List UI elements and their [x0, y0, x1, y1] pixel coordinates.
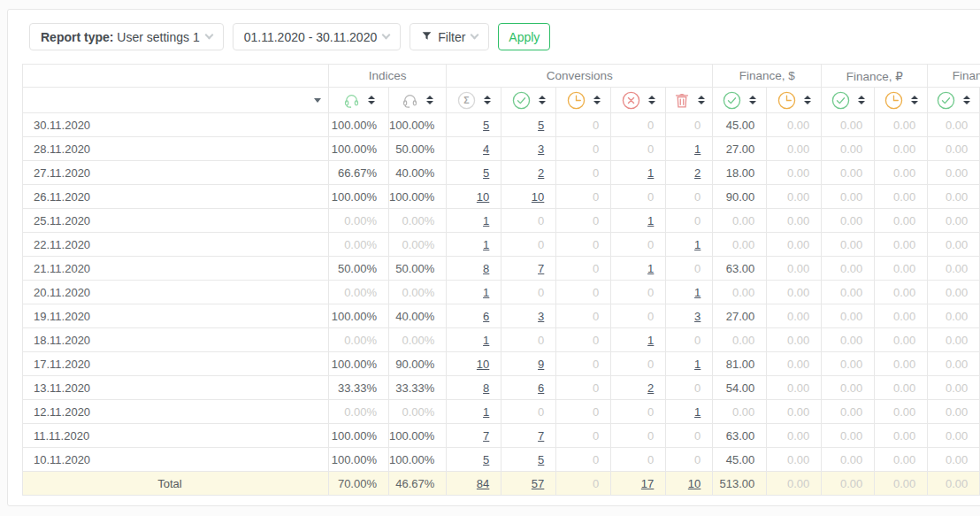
trash-red-column-header[interactable]	[666, 88, 713, 113]
report-type-dropdown[interactable]: Report type: User settings 1	[29, 23, 224, 50]
conversion-count-link[interactable]: 1	[694, 405, 701, 419]
conversion-count-link[interactable]: 1	[694, 142, 701, 156]
date-cell: 17.11.2020	[23, 352, 329, 376]
conversion-count-cell: 0	[556, 209, 611, 233]
conversion-count-link[interactable]: 1	[483, 334, 489, 347]
conversion-count-cell: 9	[501, 352, 556, 376]
conversion-count-cell: 6	[447, 304, 501, 328]
conversion-count-link[interactable]: 1	[483, 286, 489, 299]
finance-cell: 0.00	[822, 400, 875, 424]
conversion-count-link[interactable]: 7	[538, 429, 544, 443]
sort-icon[interactable]	[426, 96, 433, 104]
conversion-count-link[interactable]: 7	[483, 429, 489, 443]
conversion-count-link[interactable]: 1	[694, 358, 701, 371]
finance-cell: 0.00	[767, 328, 822, 352]
conversion-count-cell: 5	[447, 113, 501, 137]
conversion-count-link[interactable]: 6	[483, 310, 489, 323]
conversion-count-link[interactable]: 5	[483, 453, 489, 466]
conversion-count-link[interactable]: 5	[538, 453, 544, 466]
conversion-count-link[interactable]: 8	[483, 262, 489, 275]
conversion-count-cell: 0	[666, 185, 713, 209]
conversion-count-link[interactable]: 5	[483, 166, 489, 180]
conversion-count-link[interactable]: 57	[532, 477, 544, 490]
conversion-count-link[interactable]: 84	[477, 477, 489, 490]
check-green-column-header[interactable]	[713, 88, 767, 113]
total-row: Total70.00%46.67%845701710513.000.000.00…	[23, 472, 980, 496]
headset-green-column-header[interactable]	[329, 88, 389, 113]
column-header-row: Σ	[23, 88, 980, 113]
sort-icon[interactable]	[648, 96, 655, 104]
chevron-down-icon	[471, 31, 479, 40]
sort-icon[interactable]	[804, 96, 811, 104]
table-row: 28.11.2020100.00%50.00%4300127.000.000.0…	[23, 137, 980, 161]
index-cell: 40.00%	[389, 161, 447, 185]
finance-cell: 0.00	[928, 472, 980, 496]
conversion-count-link[interactable]: 2	[694, 166, 701, 180]
conversion-count-link[interactable]: 2	[647, 381, 654, 395]
conversion-count-cell: 1	[611, 328, 666, 352]
trash-red-icon	[674, 92, 690, 109]
conversion-count-link[interactable]: 17	[641, 477, 654, 490]
sort-icon[interactable]	[911, 96, 918, 104]
date-cell: 11.11.2020	[23, 424, 329, 448]
conversion-count-cell: 0	[556, 113, 611, 137]
conversion-count-link[interactable]: 10	[532, 190, 544, 204]
index-cell: 100.00%	[329, 185, 389, 209]
conversion-count-link[interactable]: 10	[477, 358, 489, 371]
sort-icon[interactable]	[539, 96, 546, 104]
conversion-count-cell: 4	[447, 137, 501, 161]
conversion-count-link[interactable]: 3	[694, 310, 701, 323]
headset-gray-icon	[402, 93, 418, 108]
finance-cell: 0.00	[767, 113, 822, 137]
conversion-count-link[interactable]: 10	[688, 477, 701, 490]
check-green-column-header[interactable]	[928, 88, 980, 113]
conversion-count-cell: 0	[556, 185, 611, 209]
cross-red-column-header[interactable]	[611, 88, 666, 113]
clock-orange-column-header[interactable]	[767, 88, 822, 113]
conversion-count-link[interactable]: 3	[538, 142, 544, 156]
sigma-column-header[interactable]: Σ	[447, 88, 501, 113]
conversion-count-link[interactable]: 3	[538, 310, 544, 323]
sort-icon[interactable]	[368, 96, 375, 104]
sort-icon[interactable]	[858, 96, 865, 104]
date-column-header[interactable]	[23, 88, 329, 113]
headset-gray-column-header[interactable]	[389, 88, 447, 113]
conversion-count-link[interactable]: 5	[483, 119, 489, 132]
sort-icon[interactable]	[749, 96, 756, 104]
conversion-count-cell: 0	[556, 400, 611, 424]
conversion-count-link[interactable]: 1	[483, 238, 489, 251]
filter-button[interactable]: Filter	[410, 23, 489, 50]
conversion-count-link[interactable]: 1	[647, 262, 654, 275]
conversion-count-cell: 0	[611, 137, 666, 161]
conversion-count-link[interactable]: 1	[483, 405, 489, 419]
conversion-count-link[interactable]: 1	[647, 166, 654, 180]
check-green-column-header[interactable]	[501, 88, 556, 113]
conversion-count-link[interactable]: 5	[538, 119, 544, 132]
conversion-count-link[interactable]: 9	[538, 358, 544, 371]
conversion-count-link[interactable]: 2	[538, 166, 544, 180]
conversion-count-link[interactable]: 8	[483, 381, 489, 395]
conversion-count-link[interactable]: 1	[483, 214, 489, 227]
conversion-count-link[interactable]: 1	[694, 238, 701, 251]
index-cell: 33.33%	[389, 376, 447, 400]
conversion-count-link[interactable]: 6	[538, 381, 544, 395]
finance-cell: 0.00	[767, 257, 822, 281]
sort-icon[interactable]	[593, 96, 601, 104]
conversion-count-link[interactable]: 10	[477, 190, 489, 204]
conversion-count-link[interactable]: 4	[483, 142, 489, 156]
conversion-count-link[interactable]: 1	[694, 286, 701, 299]
conversion-count-link[interactable]: 1	[647, 214, 654, 227]
conversion-count-cell: 2	[501, 161, 556, 185]
sort-icon[interactable]	[698, 96, 705, 104]
sort-icon[interactable]	[963, 96, 970, 104]
clock-orange-column-header[interactable]	[875, 88, 928, 113]
sort-icon[interactable]	[484, 96, 491, 104]
conversion-count-link[interactable]: 1	[647, 334, 654, 347]
column-filter-caret-icon[interactable]	[314, 98, 321, 103]
conversion-count-link[interactable]: 7	[538, 262, 544, 275]
clock-orange-column-header[interactable]	[556, 88, 611, 113]
finance-cell: 0.00	[928, 328, 980, 352]
date-range-dropdown[interactable]: 01.11.2020 - 30.11.2020	[233, 23, 402, 50]
apply-button[interactable]: Apply	[498, 23, 550, 50]
check-green-column-header[interactable]	[822, 88, 875, 113]
